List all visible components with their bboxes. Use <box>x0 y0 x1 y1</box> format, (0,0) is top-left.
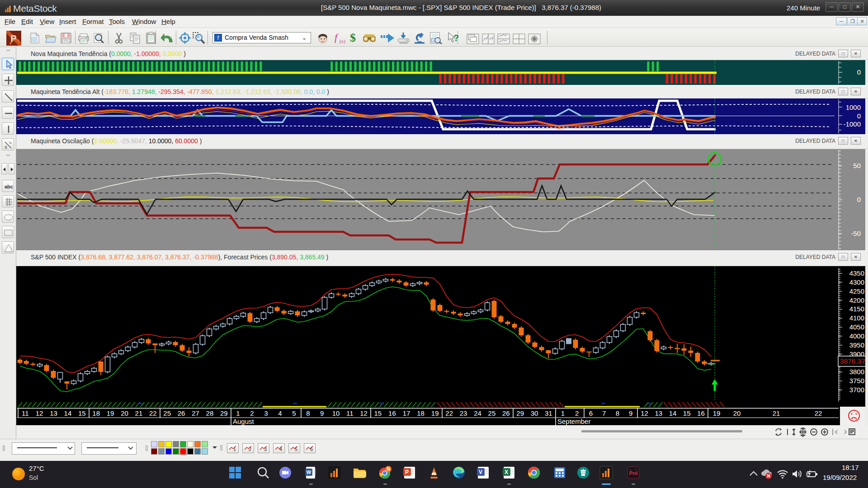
svg-text:25: 25 <box>488 409 496 417</box>
svg-text:11: 11 <box>22 409 29 417</box>
svg-text:28: 28 <box>206 409 214 417</box>
svg-text:0: 0 <box>857 112 861 120</box>
svg-text:4350: 4350 <box>849 269 864 277</box>
svg-text:4: 4 <box>279 446 282 452</box>
svg-text:S: S <box>5 145 7 150</box>
svg-text:N: N <box>387 467 390 472</box>
svg-text:18: 18 <box>92 409 100 417</box>
svg-text:12: 12 <box>360 409 368 417</box>
svg-text:abc: abc <box>5 184 13 189</box>
svg-text:9: 9 <box>629 409 632 417</box>
svg-text:$: $ <box>350 31 356 44</box>
svg-text:V: V <box>479 469 482 475</box>
svg-text:22: 22 <box>149 409 157 417</box>
svg-text:26: 26 <box>502 409 510 417</box>
svg-text:8: 8 <box>616 409 619 417</box>
svg-text:4300: 4300 <box>849 278 864 286</box>
svg-text:15: 15 <box>374 409 382 417</box>
svg-text:?: ? <box>453 33 459 43</box>
svg-text:1: 1 <box>233 446 236 452</box>
svg-text:5: 5 <box>292 409 296 417</box>
svg-text:4000: 4000 <box>849 332 864 340</box>
svg-text:29: 29 <box>220 409 228 417</box>
svg-text:20: 20 <box>733 409 741 417</box>
svg-text:22: 22 <box>445 409 453 417</box>
svg-text:14: 14 <box>64 409 72 417</box>
svg-text:3: 3 <box>264 409 268 417</box>
svg-text:15: 15 <box>683 409 691 417</box>
svg-text:4100: 4100 <box>849 314 864 322</box>
svg-text:6: 6 <box>589 409 593 417</box>
svg-text:19: 19 <box>431 409 439 417</box>
svg-text:20: 20 <box>121 409 128 417</box>
svg-text:X: X <box>505 469 508 475</box>
svg-text:15: 15 <box>78 409 86 417</box>
svg-text:13: 13 <box>655 409 662 417</box>
svg-text:1000: 1000 <box>846 103 861 111</box>
svg-text:3750: 3750 <box>849 377 864 385</box>
svg-text:19: 19 <box>713 409 721 417</box>
svg-text:4250: 4250 <box>849 287 864 295</box>
svg-text:4050: 4050 <box>849 323 864 331</box>
svg-text:3876.370: 3876.370 <box>840 357 868 365</box>
svg-text:8: 8 <box>306 409 310 417</box>
svg-text:0: 0 <box>857 68 861 76</box>
svg-text:W: W <box>307 469 311 475</box>
svg-text:18: 18 <box>417 409 425 417</box>
svg-text:27: 27 <box>192 409 199 417</box>
svg-text:11: 11 <box>346 409 354 417</box>
svg-text:1: 1 <box>236 409 240 417</box>
svg-text:2: 2 <box>575 409 579 417</box>
svg-text:3950: 3950 <box>849 341 864 349</box>
svg-text:P: P <box>10 33 16 43</box>
svg-text:26: 26 <box>178 409 185 417</box>
svg-text:21: 21 <box>773 409 780 417</box>
svg-text:3800: 3800 <box>849 368 864 375</box>
svg-text:f: f <box>335 32 339 43</box>
svg-text:-1000: -1000 <box>844 120 861 128</box>
svg-text:13: 13 <box>50 409 57 417</box>
svg-text:3700: 3700 <box>849 386 864 394</box>
svg-text:21: 21 <box>135 409 143 417</box>
svg-text:23: 23 <box>460 409 467 417</box>
svg-text:(x): (x) <box>340 38 345 44</box>
svg-text:19: 19 <box>107 409 114 417</box>
svg-text:50: 50 <box>853 162 861 169</box>
svg-text:10: 10 <box>332 409 340 417</box>
svg-text:14: 14 <box>669 409 677 417</box>
svg-text:4: 4 <box>278 409 282 417</box>
svg-text:1: 1 <box>561 409 565 417</box>
svg-text:24: 24 <box>474 409 481 417</box>
svg-text:29: 29 <box>516 409 524 417</box>
svg-text:-50: -50 <box>851 230 861 237</box>
svg-text:17: 17 <box>403 409 410 417</box>
svg-text:5: 5 <box>295 446 297 452</box>
svg-text:7: 7 <box>602 409 606 417</box>
svg-text:12: 12 <box>641 409 648 417</box>
svg-text:31: 31 <box>545 409 552 417</box>
svg-text:25: 25 <box>163 409 171 417</box>
svg-text:August: August <box>233 418 255 425</box>
svg-text:0: 0 <box>857 196 861 203</box>
svg-text:6: 6 <box>310 446 313 452</box>
svg-text:4150: 4150 <box>849 305 864 313</box>
svg-text:16: 16 <box>388 409 396 417</box>
svg-text:22: 22 <box>815 409 822 417</box>
svg-text:12: 12 <box>36 409 43 417</box>
svg-text:30: 30 <box>531 409 538 417</box>
svg-text:September: September <box>557 418 590 425</box>
svg-text:16: 16 <box>697 409 705 417</box>
svg-text:2: 2 <box>250 409 254 417</box>
svg-text:9: 9 <box>320 409 324 417</box>
svg-text:P: P <box>405 469 409 475</box>
svg-text:Pro: Pro <box>629 470 638 476</box>
svg-text:4200: 4200 <box>849 296 864 304</box>
svg-text:3: 3 <box>264 446 267 452</box>
svg-text:2: 2 <box>249 446 251 452</box>
